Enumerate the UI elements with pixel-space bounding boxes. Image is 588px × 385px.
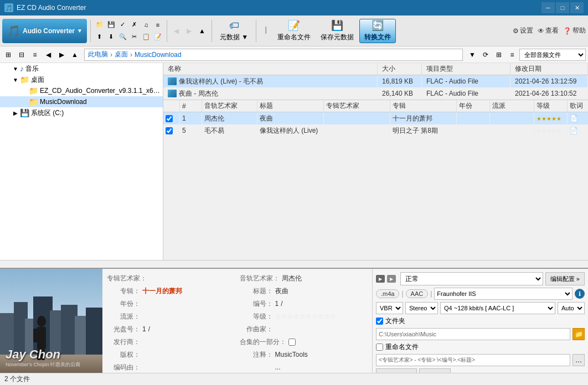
track-row-2[interactable]: 5 毛不易 像我这样的人 (Live) 明日之子 第8期 ☆☆☆☆☆ 📄 [163, 124, 588, 137]
rename-checkbox[interactable] [376, 344, 383, 351]
title-bar-left: 🎵 EZ CD Audio Converter [4, 3, 86, 12]
sidebar-label-music: 音乐 [25, 64, 39, 74]
track-col-genre[interactable]: 流派 [490, 100, 534, 112]
folder-checkbox[interactable] [376, 318, 383, 325]
file-filter-dropdown[interactable]: 全部音频文件 [519, 49, 586, 61]
tool-btn-1[interactable]: 📁 [94, 19, 105, 30]
track-col-year[interactable]: 年份 [457, 100, 490, 112]
sidebar-item-music[interactable]: ▼ ♪ 音乐 [0, 63, 163, 74]
track-col-num[interactable]: # [180, 100, 202, 112]
up-button[interactable]: ▲ [196, 25, 208, 37]
track-col-album-artist[interactable]: 专辑艺术家 [324, 100, 390, 112]
app-title: EZ CD Audio Converter [17, 4, 86, 12]
breadcrumb-desktop[interactable]: 桌面 [115, 50, 128, 59]
track-row-1[interactable]: 1 周杰伦 夜曲 十一月的萧邦 ★★★★★ 📄 [163, 112, 588, 124]
tool-btn-5[interactable]: ♫ [141, 19, 152, 30]
track-cell-lyrics-2[interactable]: 📄 [568, 124, 588, 137]
view-toggle-btn[interactable]: ⊞ [2, 49, 14, 61]
stereo-select[interactable]: Stereo [405, 302, 438, 314]
settings-button[interactable]: ⚙设置 [513, 26, 533, 35]
sidebar-label-desktop: 桌面 [31, 75, 44, 85]
file-row-2[interactable]: 🎵 夜曲 - 周杰伦 26,140 KB FLAC - Audio File 2… [163, 87, 588, 100]
tool-btn-6[interactable]: ≡ [152, 19, 163, 30]
rename-browse-button[interactable]: … [572, 354, 585, 366]
file-icon-1: 🎵 [168, 77, 177, 85]
track-col-title[interactable]: 标题 [257, 100, 324, 112]
tool-btn-2[interactable]: 💾 [106, 19, 117, 30]
info-icon-button[interactable]: ℹ [575, 289, 585, 299]
auto-select[interactable]: Auto [558, 302, 585, 314]
file-col-name[interactable]: 名称 [163, 63, 378, 75]
sidebar-item-system[interactable]: ▶ 💾 系统区 (C:) [0, 107, 163, 118]
nav-back[interactable]: ◀ [42, 49, 54, 61]
tool-btn-12[interactable]: 📝 [152, 32, 163, 43]
sidebar-item-desktop[interactable]: ▼ 📁 桌面 [0, 74, 163, 85]
help-button[interactable]: ❓帮助 [563, 26, 586, 35]
track-col-check [163, 100, 180, 112]
edit-config-button[interactable]: 编辑配置 » [545, 272, 585, 285]
track-cell-rating-1[interactable]: ★★★★★ [534, 112, 568, 124]
nav-refresh[interactable]: ⟳ [479, 49, 492, 61]
tool-btn-7[interactable]: ⬆ [94, 32, 105, 43]
close-button[interactable]: ✕ [570, 2, 584, 13]
expand-btn[interactable]: ≡ [29, 49, 41, 61]
forward-button[interactable]: ▶ [183, 25, 195, 37]
quality-select[interactable]: Q4 ~128 kbit/s [ AAC-LC ] [440, 302, 555, 314]
back-button[interactable]: ◀ [171, 25, 183, 37]
nav-dropdown[interactable]: ▼ [466, 49, 478, 61]
audio-converter-button[interactable]: 🎵 Audio Converter ▼ [2, 19, 87, 43]
meta-row-disc: 光盘号： 1 / [107, 323, 235, 335]
tool-btn-4[interactable]: ✗ [129, 19, 140, 30]
horizontal-scrollbar[interactable] [0, 260, 588, 268]
track-checkbox-2[interactable] [166, 127, 173, 134]
breadcrumb-this-pc[interactable]: 此电脑 [88, 50, 108, 59]
browse-folder-button[interactable]: 📁 [572, 328, 585, 340]
rename-icon: 📝 [288, 19, 300, 32]
folder-path-input[interactable] [376, 328, 570, 340]
maximize-button[interactable]: □ [556, 2, 569, 13]
compilation-checkbox[interactable] [288, 339, 296, 346]
nav-forward[interactable]: ▶ [55, 49, 68, 61]
profile-dropdown[interactable]: 正常 [400, 272, 543, 285]
track-cell-lyrics-1[interactable]: 📄 [568, 112, 588, 124]
track-col-album[interactable]: 专辑 [390, 100, 457, 112]
view-toggle-btn2[interactable]: ⊟ [16, 49, 28, 61]
vbr-select[interactable]: VBR [376, 302, 403, 314]
file-col-size[interactable]: 大小 [378, 63, 422, 75]
track-panel: # 音轨艺术家 标题 专辑艺术家 专辑 年份 流派 等级 歌词 1 周杰伦 夜曲… [163, 100, 588, 260]
file-row-1[interactable]: 🎵 像我这样的人 (Live) - 毛不易 16,819 KB FLAC - A… [163, 75, 588, 87]
folder-icon-musicdownload: 📁 [29, 97, 38, 106]
track-cell-rating-2[interactable]: ☆☆☆☆☆ [534, 124, 568, 137]
tool-btn-10[interactable]: ✂ [129, 32, 140, 43]
convert-files-button[interactable]: 🔄 转换文件 [359, 19, 396, 43]
file-col-date[interactable]: 修改日期 [510, 63, 588, 75]
nav-extra[interactable]: ⊞ [493, 49, 505, 61]
track-checkbox-1[interactable] [166, 115, 173, 122]
rename-files-button[interactable]: 📝 重命名文件 [273, 19, 315, 43]
file-col-type[interactable]: 项目类型 [422, 63, 510, 75]
minimize-button[interactable]: ─ [541, 2, 555, 13]
view-button[interactable]: 👁查看 [538, 26, 559, 35]
sidebar-item-musicdownload[interactable]: 📁 MusicDownload [0, 96, 163, 107]
sidebar-item-ezcd[interactable]: 📁 EZ_CD_Audio_Converter_v9.3.1.1_x64... [0, 85, 163, 96]
track-col-artist[interactable]: 音轨艺术家 [202, 100, 257, 112]
track-col-lyrics[interactable]: 歌词 [568, 100, 588, 112]
tool-btn-9[interactable]: 🔍 [117, 32, 128, 43]
meta-row-comment: 注释： MusicTools [240, 348, 368, 361]
convert-icon: 🔄 [372, 19, 384, 32]
rename-pattern-input[interactable] [376, 354, 570, 366]
track-cell-check-1[interactable] [163, 112, 180, 124]
tool-btn-11[interactable]: 📋 [141, 32, 152, 43]
convert-files-label: 转换文件 [364, 33, 391, 42]
tool-btn-8[interactable]: ⬇ [106, 32, 117, 43]
nav-extra2[interactable]: ≡ [506, 49, 518, 61]
save-meta-button[interactable]: 💾 保存元数据 [316, 19, 358, 43]
track-cell-check-2[interactable] [163, 124, 180, 137]
nav-up[interactable]: ▲ [69, 49, 81, 61]
track-col-rating[interactable]: 等级 [534, 100, 568, 112]
encoder-dropdown[interactable]: Fraunhofer IIS [434, 288, 572, 300]
meta-label-title: 标题： [240, 287, 273, 296]
breadcrumb-musicdownload[interactable]: MusicDownload [135, 51, 182, 59]
meta-data-button[interactable]: 🏷 元数据 ▼ [215, 19, 252, 43]
tool-btn-3[interactable]: ✓ [117, 19, 128, 30]
